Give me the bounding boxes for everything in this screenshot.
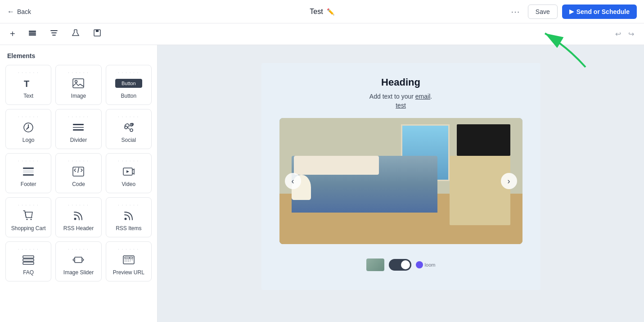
- footer-label: Footer: [21, 181, 36, 187]
- sidebar-item-logo[interactable]: · · · · · · Logo: [5, 109, 51, 149]
- code-label: Code: [72, 181, 85, 187]
- email-content: Heading Add text to your email. test: [261, 63, 540, 290]
- code-icon: [72, 165, 85, 178]
- footer-icon: [22, 165, 35, 178]
- button-label: Button: [121, 93, 136, 99]
- text-icon: T: [22, 77, 35, 90]
- thumb-img-1: [366, 259, 384, 271]
- image-slider-icon: [72, 253, 85, 267]
- rss-items-label: RSS Items: [116, 225, 141, 231]
- undo-redo-group: ↩ ↪: [612, 27, 637, 41]
- topbar-right: ⋯ Save ▶ Send or Schedule: [507, 5, 637, 19]
- drag-dots: · · · · · ·: [18, 71, 39, 75]
- carousel-next-icon: ›: [508, 177, 510, 186]
- button-icon: Button: [115, 77, 142, 90]
- back-label: Back: [17, 8, 31, 15]
- sidebar-item-button[interactable]: · · · · · · Button Button: [106, 65, 152, 105]
- svg-rect-36: [75, 257, 82, 263]
- sidebar-item-rss-items[interactable]: · · · · · · RSS Items: [106, 197, 152, 237]
- image-slider-label: Image Slider: [63, 269, 94, 276]
- carousel-prev-icon: ‹: [292, 177, 294, 186]
- loom-logo: [416, 261, 423, 268]
- svg-rect-2: [29, 32, 36, 34]
- topbar: ← Back Test ✏️ ⋯ Save ▶ Send or Schedule: [0, 0, 644, 23]
- undo-button[interactable]: ↩: [612, 27, 624, 41]
- svg-rect-3: [29, 34, 36, 36]
- filter-button[interactable]: [47, 26, 61, 42]
- redo-icon: ↪: [628, 30, 634, 38]
- email-test-anchor[interactable]: test: [396, 102, 406, 109]
- add-element-button[interactable]: +: [7, 26, 18, 42]
- layers-icon: [28, 30, 37, 39]
- sidebar-item-preview-url[interactable]: · · · · · · Preview URL: [106, 241, 152, 281]
- send-schedule-button[interactable]: ▶ Send or Schedule: [562, 5, 637, 19]
- drag-dots: · · · · · ·: [18, 247, 39, 251]
- svg-rect-34: [23, 259, 34, 261]
- svg-rect-1: [29, 31, 36, 32]
- sidebar-item-rss-header[interactable]: · · · · · · RSS Header: [55, 197, 101, 237]
- drag-dots: · · · · · ·: [68, 203, 89, 207]
- flask-button[interactable]: [68, 26, 83, 42]
- carousel-toggle[interactable]: [389, 259, 411, 271]
- template-save-button[interactable]: [90, 26, 104, 42]
- drag-dots: · · · · · ·: [68, 71, 89, 75]
- more-options-button[interactable]: ⋯: [507, 5, 523, 19]
- svg-rect-24: [23, 172, 34, 173]
- redo-button[interactable]: ↪: [626, 27, 637, 41]
- back-button[interactable]: ← Back: [7, 8, 31, 16]
- shopping-cart-icon: [22, 209, 35, 222]
- social-icon: [122, 121, 135, 134]
- loom-text: loom: [425, 262, 436, 268]
- bedroom-scene: [279, 118, 522, 244]
- sidebar: Elements · · · · · · T Text · · · · · · …: [0, 45, 158, 322]
- sidebar-item-faq[interactable]: · · · · · · FAQ: [5, 241, 51, 281]
- save-button[interactable]: Save: [528, 5, 558, 19]
- sidebar-item-text[interactable]: · · · · · · T Text: [5, 65, 51, 105]
- svg-rect-6: [96, 30, 99, 32]
- sidebar-item-social[interactable]: · · · · · · Social: [106, 109, 152, 149]
- shopping-cart-label: Shopping Cart: [11, 225, 46, 231]
- second-toolbar: + ↩ ↪: [0, 23, 644, 45]
- text-label: Text: [23, 93, 33, 99]
- sidebar-item-image[interactable]: · · · · · · Image: [55, 65, 101, 105]
- svg-point-16: [130, 129, 133, 132]
- layers-button[interactable]: [25, 26, 40, 42]
- bedroom-pillows: [294, 156, 379, 175]
- sidebar-item-divider[interactable]: · · · · · · Divider: [55, 109, 101, 149]
- email-heading: Heading: [279, 77, 522, 88]
- svg-rect-13: [73, 127, 84, 128]
- faq-icon: [22, 253, 35, 267]
- svg-point-32: [124, 218, 126, 220]
- drag-dots: · · · · · ·: [68, 247, 89, 251]
- email-link[interactable]: email: [415, 93, 430, 100]
- sidebar-item-code[interactable]: · · · · · · Code: [55, 153, 101, 193]
- sidebar-item-video[interactable]: · · · · · · Video: [106, 153, 152, 193]
- carousel-thumb-1[interactable]: [366, 259, 384, 271]
- bedroom-dresser: [450, 156, 510, 225]
- rss-header-label: RSS Header: [63, 225, 94, 231]
- carousel-prev-button[interactable]: ‹: [285, 173, 301, 189]
- more-dots-icon: ⋯: [511, 7, 520, 17]
- svg-point-29: [27, 219, 28, 220]
- flask-icon: [71, 30, 80, 39]
- edit-icon[interactable]: ✏️: [327, 8, 334, 15]
- rss-items-icon: [122, 209, 135, 222]
- sidebar-item-shopping-cart[interactable]: · · · · · · Shopping Cart: [5, 197, 51, 237]
- carousel-next-button[interactable]: ›: [501, 173, 517, 189]
- page-title: Test: [310, 8, 323, 16]
- drag-dots: · · · · · ·: [118, 159, 139, 163]
- plus-icon: +: [10, 29, 15, 39]
- drag-dots: · · · · · ·: [118, 71, 139, 75]
- drag-dots: · · · · · ·: [118, 115, 139, 119]
- svg-line-19: [127, 127, 130, 130]
- sidebar-item-image-slider[interactable]: · · · · · · Image Slider: [55, 241, 101, 281]
- svg-point-31: [74, 218, 77, 220]
- sidebar-item-footer[interactable]: · · · · · · Footer: [5, 153, 51, 193]
- template-save-icon: [93, 30, 102, 39]
- send-label: Send or Schedule: [576, 8, 630, 15]
- image-label: Image: [71, 93, 86, 99]
- svg-rect-14: [73, 129, 84, 131]
- divider-icon: [72, 121, 85, 134]
- elements-grid: · · · · · · T Text · · · · · · Image · ·…: [0, 63, 157, 287]
- email-body: Heading Add text to your email. test: [261, 63, 540, 290]
